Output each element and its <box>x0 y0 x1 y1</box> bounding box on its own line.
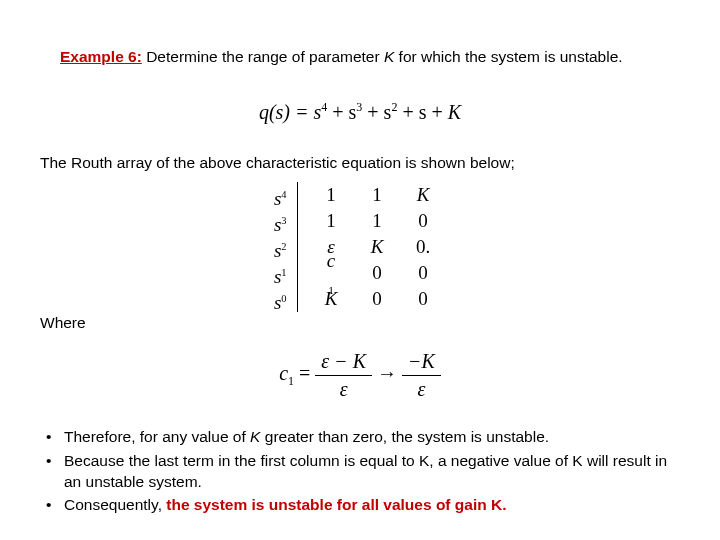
example-title: Example 6: Determine the range of parame… <box>60 48 680 66</box>
title-text-b: for which the system is unstable. <box>394 48 622 65</box>
characteristic-equation: q(s) = s4 + s3 + s2 + s + K <box>40 100 680 124</box>
title-K: K <box>384 48 394 65</box>
c1-equation: c1 = ε − Kε → −Kε <box>40 350 680 401</box>
conclusion-list: Therefore, for any value of K greater th… <box>40 427 680 517</box>
routh-grid: 1 1 K 1 1 0 ε K 0. c1 0 0 K 0 0 <box>298 182 446 312</box>
routh-array: s4 s3 s2 s1 s0 1 1 K 1 1 0 ε K 0. c1 0 0… <box>40 182 680 312</box>
list-item: Because the last term in the first colum… <box>40 451 680 493</box>
slide: Example 6: Determine the range of parame… <box>0 0 720 540</box>
routh-intro: The Routh array of the above characteris… <box>40 154 680 172</box>
where-label: Where <box>40 314 680 332</box>
routh-s-column: s4 s3 s2 s1 s0 <box>274 182 297 312</box>
example-label: Example 6: <box>60 48 142 65</box>
list-item: Consequently, the system is unstable for… <box>40 495 680 516</box>
title-text-a: Determine the range of parameter <box>142 48 384 65</box>
list-item: Therefore, for any value of K greater th… <box>40 427 680 448</box>
